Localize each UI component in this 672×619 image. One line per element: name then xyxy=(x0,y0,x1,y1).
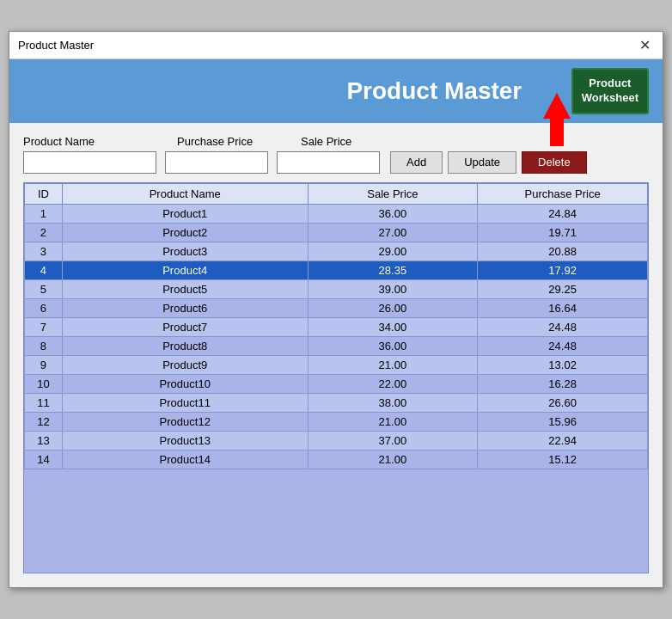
cell-name: Product8 xyxy=(62,336,308,355)
cell-purchase: 15.96 xyxy=(478,412,648,431)
cell-name: Product1 xyxy=(62,204,308,223)
sale-price-input[interactable] xyxy=(277,151,380,174)
cell-name: Product12 xyxy=(62,412,308,431)
main-window: Product Master ✕ Product Master Product … xyxy=(9,31,663,588)
cell-sale: 39.00 xyxy=(308,279,478,298)
header-bar: Product Master Product Worksheet xyxy=(9,59,663,123)
delete-button[interactable]: Delete xyxy=(522,151,587,174)
cell-sale: 27.00 xyxy=(308,223,478,242)
cell-sale: 37.00 xyxy=(308,431,478,450)
cell-name: Product3 xyxy=(62,242,308,260)
product-worksheet-button[interactable]: Product Worksheet xyxy=(571,68,649,114)
table-row[interactable]: 7Product734.0024.48 xyxy=(25,317,648,336)
table-row[interactable]: 13Product1337.0022.94 xyxy=(25,431,648,450)
cell-sale: 21.00 xyxy=(308,412,478,431)
table-row[interactable]: 6Product626.0016.64 xyxy=(25,298,648,317)
cell-id: 6 xyxy=(25,298,63,317)
cell-id: 3 xyxy=(25,242,63,260)
cell-id: 4 xyxy=(25,260,63,279)
cell-purchase: 29.25 xyxy=(478,279,648,298)
cell-id: 11 xyxy=(25,393,63,412)
cell-purchase: 16.64 xyxy=(478,298,648,317)
cell-id: 14 xyxy=(25,450,63,469)
table-row[interactable]: 2Product227.0019.71 xyxy=(25,223,648,242)
table-row[interactable]: 3Product329.0020.88 xyxy=(25,242,648,260)
cell-sale: 36.00 xyxy=(308,336,478,355)
table-row[interactable]: 1Product136.0024.84 xyxy=(25,204,648,223)
product-table: ID Product Name Sale Price Purchase Pric… xyxy=(24,183,648,469)
table-row[interactable]: 9Product921.0013.02 xyxy=(25,355,648,374)
form-inputs: Add Update Delete xyxy=(23,151,649,174)
table-row[interactable]: 8Product836.0024.48 xyxy=(25,336,648,355)
cell-sale: 36.00 xyxy=(308,204,478,223)
cell-sale: 34.00 xyxy=(308,317,478,336)
col-header-purchase: Purchase Price xyxy=(478,183,648,204)
table-body: 1Product136.0024.842Product227.0019.713P… xyxy=(25,204,648,469)
cell-id: 7 xyxy=(25,317,63,336)
cell-purchase: 20.88 xyxy=(478,242,648,260)
cell-name: Product10 xyxy=(62,374,308,393)
cell-purchase: 19.71 xyxy=(478,223,648,242)
purchase-price-label: Purchase Price xyxy=(177,135,289,148)
table-row[interactable]: 11Product1138.0026.60 xyxy=(25,393,648,412)
cell-id: 10 xyxy=(25,374,63,393)
cell-purchase: 13.02 xyxy=(478,355,648,374)
col-header-name: Product Name xyxy=(62,183,308,204)
product-table-container: ID Product Name Sale Price Purchase Pric… xyxy=(23,182,649,573)
cell-name: Product14 xyxy=(62,450,308,469)
cell-id: 12 xyxy=(25,412,63,431)
cell-id: 5 xyxy=(25,279,63,298)
add-button[interactable]: Add xyxy=(390,151,443,174)
cell-name: Product4 xyxy=(62,260,308,279)
cell-purchase: 24.84 xyxy=(478,204,648,223)
table-row[interactable]: 5Product539.0029.25 xyxy=(25,279,648,298)
table-row[interactable]: 4Product428.3517.92 xyxy=(25,260,648,279)
cell-sale: 26.00 xyxy=(308,298,478,317)
empty-space xyxy=(24,469,648,573)
cell-sale: 29.00 xyxy=(308,242,478,260)
cell-id: 9 xyxy=(25,355,63,374)
table-row[interactable]: 14Product1421.0015.12 xyxy=(25,450,648,469)
header-row: ID Product Name Sale Price Purchase Pric… xyxy=(25,183,648,204)
table-header: ID Product Name Sale Price Purchase Pric… xyxy=(25,183,648,204)
cell-purchase: 24.48 xyxy=(478,317,648,336)
cell-sale: 28.35 xyxy=(308,260,478,279)
cell-name: Product11 xyxy=(62,393,308,412)
col-header-sale: Sale Price xyxy=(308,183,478,204)
form-labels: Product Name Purchase Price Sale Price xyxy=(23,135,649,148)
cell-id: 2 xyxy=(25,223,63,242)
cell-name: Product6 xyxy=(62,298,308,317)
cell-id: 13 xyxy=(25,431,63,450)
cell-sale: 38.00 xyxy=(308,393,478,412)
cell-name: Product13 xyxy=(62,431,308,450)
page-title: Product Master xyxy=(297,77,571,105)
close-button[interactable]: ✕ xyxy=(635,36,654,55)
cell-name: Product7 xyxy=(62,317,308,336)
purchase-price-input[interactable] xyxy=(165,151,268,174)
product-name-input[interactable] xyxy=(23,151,156,174)
delete-button-container: Delete xyxy=(522,151,592,174)
cell-sale: 21.00 xyxy=(308,450,478,469)
cell-name: Product9 xyxy=(62,355,308,374)
cell-purchase: 16.28 xyxy=(478,374,648,393)
cell-purchase: 24.48 xyxy=(478,336,648,355)
cell-sale: 22.00 xyxy=(308,374,478,393)
product-name-label: Product Name xyxy=(23,135,165,148)
cell-sale: 21.00 xyxy=(308,355,478,374)
col-header-id: ID xyxy=(25,183,63,204)
cell-purchase: 26.60 xyxy=(478,393,648,412)
cell-name: Product2 xyxy=(62,223,308,242)
cell-name: Product5 xyxy=(62,279,308,298)
button-area: Add Update Delete xyxy=(390,151,592,174)
window-title: Product Master xyxy=(18,39,94,52)
cell-id: 8 xyxy=(25,336,63,355)
cell-id: 1 xyxy=(25,204,63,223)
table-row[interactable]: 12Product1221.0015.96 xyxy=(25,412,648,431)
sale-price-label: Sale Price xyxy=(301,135,387,148)
title-bar: Product Master ✕ xyxy=(9,32,663,59)
form-area: Product Name Purchase Price Sale Price A… xyxy=(9,123,663,182)
table-row[interactable]: 10Product1022.0016.28 xyxy=(25,374,648,393)
cell-purchase: 15.12 xyxy=(478,450,648,469)
update-button[interactable]: Update xyxy=(448,151,516,174)
cell-purchase: 22.94 xyxy=(478,431,648,450)
